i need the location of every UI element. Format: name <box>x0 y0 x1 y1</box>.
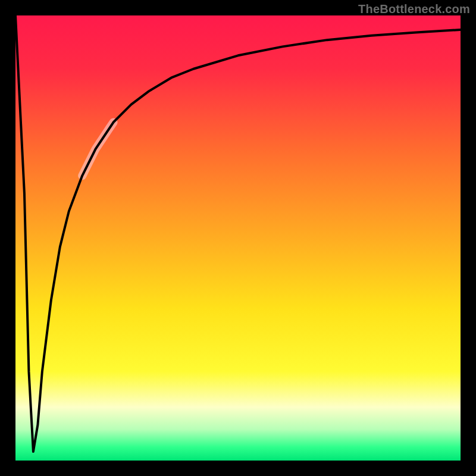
bottleneck-curve <box>15 15 461 452</box>
curve-layer <box>15 15 461 461</box>
chart-frame: TheBottleneck.com <box>0 0 476 476</box>
plot-area <box>15 15 461 461</box>
attribution-text: TheBottleneck.com <box>358 2 470 16</box>
